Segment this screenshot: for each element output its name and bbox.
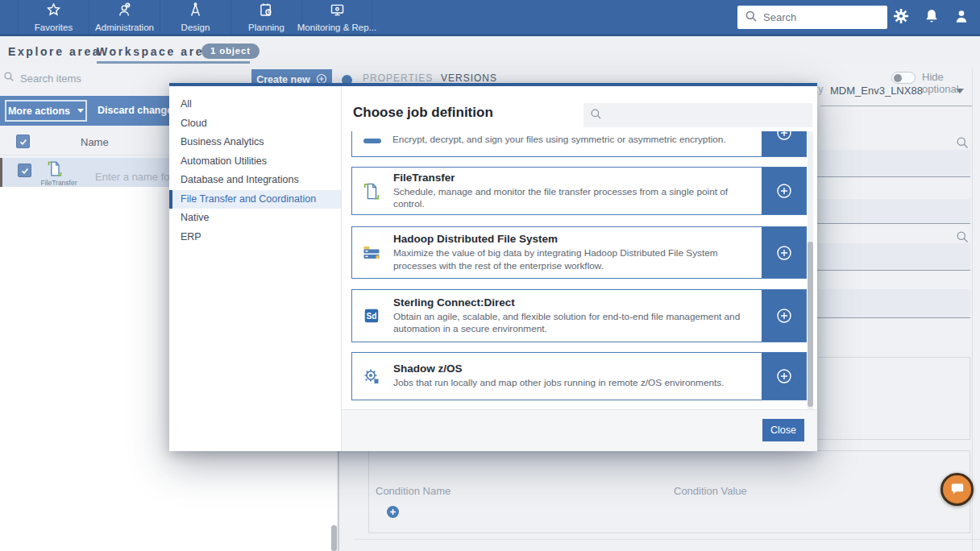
select-all-checkbox[interactable] xyxy=(16,135,30,148)
more-actions-button[interactable]: More actions xyxy=(5,100,87,122)
add-job-button[interactable] xyxy=(762,131,806,156)
app-root: Favorites Administration Design Planning xyxy=(0,0,980,551)
nav-tab-monitoring[interactable]: Monitoring & Rep... xyxy=(301,0,372,34)
condition-name-label: Condition Name xyxy=(376,485,451,497)
tab-versions[interactable]: VERSIONS xyxy=(441,72,497,84)
nav-tab-favorites[interactable]: Favorites xyxy=(18,0,89,34)
nav-tab-administration[interactable]: Administration xyxy=(89,0,160,34)
hdfs-server-icon xyxy=(360,243,383,263)
workspace-bar: Explore area Workspace area 1 object MES… xyxy=(0,36,980,64)
close-button[interactable]: Close xyxy=(762,419,804,441)
nav-stub xyxy=(0,0,18,34)
search-items-box[interactable] xyxy=(3,71,141,85)
job-card-body: Shadow z/OS Jobs that run locally and ma… xyxy=(352,353,762,400)
top-navbar: Favorites Administration Design Planning xyxy=(0,0,980,36)
toggle-knob xyxy=(894,74,902,82)
chevron-down-icon xyxy=(77,109,84,113)
search-icon xyxy=(3,71,15,85)
category-item-database-integrations[interactable]: Database and Integrations xyxy=(169,171,341,190)
nav-tab-planning[interactable]: Planning xyxy=(230,0,301,34)
add-job-button[interactable] xyxy=(762,290,806,342)
modal-title: Choose job definition xyxy=(353,105,493,121)
gear-icon xyxy=(891,6,911,29)
left-scrollbar-thumb[interactable] xyxy=(331,525,337,551)
modal-scrollbar-track[interactable] xyxy=(808,131,813,409)
filetransfer-doc-icon xyxy=(360,181,383,201)
active-tab-underline xyxy=(97,61,250,64)
job-card-title: Shadow z/OS xyxy=(393,362,724,375)
search-icon xyxy=(745,10,758,26)
job-card-title: Sterling Connect:Direct xyxy=(393,296,758,309)
tab-explore-area[interactable]: Explore area xyxy=(8,45,101,58)
modal-search-box[interactable] xyxy=(583,103,812,127)
job-card-list: Encrypt, decrypt, and sign your files us… xyxy=(351,131,813,409)
nav-tab-label: Design xyxy=(181,23,210,32)
modal-footer: Close xyxy=(342,409,817,451)
more-actions-label: More actions xyxy=(8,106,70,117)
tab-properties[interactable]: PROPERTIES xyxy=(363,72,433,84)
condition-value-label: Condition Value xyxy=(674,485,747,497)
job-card-body: Sd Sterling Connect:Direct Obtain an agi… xyxy=(352,290,762,342)
bottom-separator xyxy=(355,539,980,540)
svg-text:Sd: Sd xyxy=(367,312,377,321)
design-icon xyxy=(187,2,204,22)
tab-workspace-area[interactable]: Workspace area xyxy=(97,45,213,58)
category-item-all[interactable]: All xyxy=(169,95,341,114)
global-search-box[interactable] xyxy=(737,6,887,29)
row-checkbox[interactable] xyxy=(18,164,31,177)
job-card-body: Hadoop Distributed File System Maximize … xyxy=(352,227,762,278)
nav-tab-label: Planning xyxy=(248,23,284,32)
conditions-box: Condition Name Condition Value xyxy=(368,450,970,533)
job-card-sterling: Sd Sterling Connect:Direct Obtain an agi… xyxy=(351,289,807,342)
job-card-filetransfer: FileTransfer Schedule, manage and monito… xyxy=(351,167,807,215)
nav-tab-label: Monitoring & Rep... xyxy=(297,23,376,32)
sterling-sd-icon: Sd xyxy=(360,307,383,325)
category-item-file-transfer[interactable]: File Transfer and Coordination xyxy=(169,190,341,209)
nav-tabs: Favorites Administration Design Planning xyxy=(0,0,372,34)
chat-bubble-icon xyxy=(949,479,966,500)
add-job-button[interactable] xyxy=(762,227,806,278)
modal-scrollbar-thumb[interactable] xyxy=(808,242,813,407)
category-item-automation-utilities[interactable]: Automation Utilities xyxy=(169,152,341,172)
global-search-input[interactable] xyxy=(763,11,876,23)
job-card-title: FileTransfer xyxy=(393,172,758,184)
job-card-description: Encrypt, decrypt, and sign your files us… xyxy=(392,134,726,145)
category-item-business-analytics[interactable]: Business Analytics xyxy=(169,133,341,152)
chat-button[interactable] xyxy=(941,473,974,506)
add-job-button[interactable] xyxy=(762,168,806,214)
job-card-shadow-zos: Shadow z/OS Jobs that run locally and ma… xyxy=(351,352,807,400)
hide-optional-toggle[interactable] xyxy=(891,72,916,84)
job-card-description: Jobs that run locally and map other jobs… xyxy=(393,377,724,389)
nav-tab-label: Administration xyxy=(95,23,154,32)
modal-search-input[interactable] xyxy=(607,110,800,122)
planning-icon xyxy=(258,2,275,22)
add-condition-button[interactable] xyxy=(387,506,399,518)
job-card-encryption: Encrypt, decrypt, and sign your files us… xyxy=(351,131,807,157)
user-icon xyxy=(953,7,970,28)
category-item-native[interactable]: Native xyxy=(169,209,341,228)
search-icon xyxy=(590,108,602,123)
job-card-description: Obtain an agile, scalable, and flexible … xyxy=(393,311,758,336)
search-items-input[interactable] xyxy=(20,72,141,85)
right-scrollbar-track[interactable] xyxy=(972,68,973,551)
job-card-title: Hadoop Distributed File System xyxy=(393,233,758,245)
bell-icon xyxy=(923,7,941,28)
job-card-body: FileTransfer Schedule, manage and monito… xyxy=(352,168,762,214)
settings-button[interactable] xyxy=(890,6,912,29)
star-icon xyxy=(45,2,62,22)
category-item-erp[interactable]: ERP xyxy=(169,228,341,247)
choose-job-definition-modal: All Cloud Business Analytics Automation … xyxy=(169,83,817,451)
user-button[interactable] xyxy=(950,6,973,29)
nav-tab-label: Favorites xyxy=(35,23,73,32)
category-item-cloud[interactable]: Cloud xyxy=(169,114,341,134)
monitoring-icon xyxy=(329,2,346,22)
nav-tab-design[interactable]: Design xyxy=(160,0,230,34)
job-card-description: Schedule, manage and monitor the file tr… xyxy=(393,186,758,211)
row-type-label: FileTransfer xyxy=(32,179,85,187)
notifications-button[interactable] xyxy=(920,6,943,29)
filetransfer-doc-icon xyxy=(47,160,63,181)
add-job-button[interactable] xyxy=(762,353,806,400)
shadow-gear-icon xyxy=(360,367,383,386)
job-card-hdfs: Hadoop Distributed File System Maximize … xyxy=(351,226,807,279)
modal-main: Choose job definition Encrypt, decrypt, … xyxy=(342,86,817,451)
